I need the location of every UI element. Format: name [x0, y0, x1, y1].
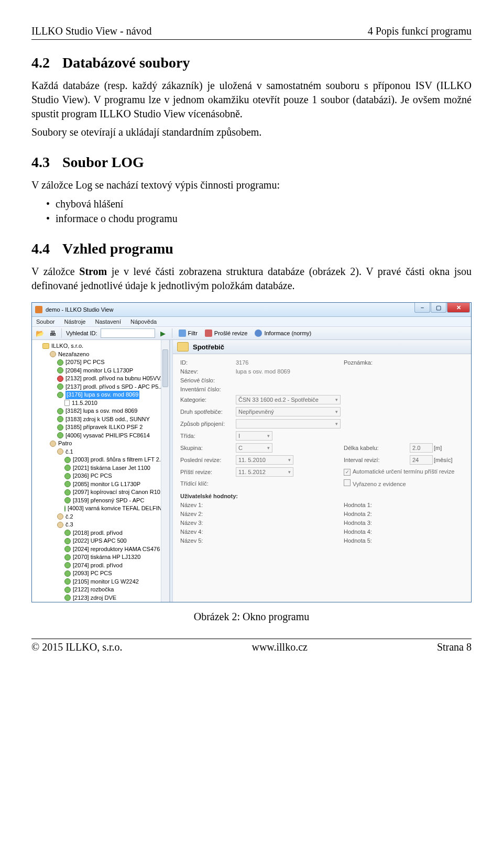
tree-item[interactable]: [2132] prodl. přívod na bubnu H05VV...	[35, 375, 169, 383]
vyraz-checkbox[interactable]	[344, 479, 351, 486]
tree-item[interactable]: Patro	[35, 440, 169, 448]
auto-checkbox[interactable]: ✓	[344, 469, 351, 476]
tree-item[interactable]: č.3	[35, 521, 169, 529]
minimize-button[interactable]: –	[414, 303, 430, 313]
trida-select[interactable]: I	[236, 431, 272, 441]
tree-item[interactable]: [3159] přenosný SPD - APC	[35, 497, 169, 505]
titlebar[interactable]: demo - ILLKO Studio View – ▢ ✕	[32, 303, 471, 317]
tree-item[interactable]: [2075] PC PCS	[35, 358, 169, 367]
tree-item[interactable]: [2024] reproduktory HAMA CS476	[35, 545, 169, 554]
tree-item[interactable]: [2123] zdroj DVE	[35, 594, 169, 602]
tree-item[interactable]: Nezařazeno	[35, 350, 169, 359]
tree-item-label: [2074] prodl. přívod	[73, 562, 123, 570]
print-icon[interactable]: 🖶	[48, 328, 57, 338]
filter-button[interactable]: Filtr	[177, 329, 200, 337]
detail-header: Spotřebič	[173, 340, 471, 354]
tree-item[interactable]: [2097] kopírovací stroj Canon R1018	[35, 488, 169, 497]
user-icon	[57, 448, 63, 455]
tree-item[interactable]: [2022] UPS APC 500	[35, 537, 169, 545]
toolbar: 📂 🖶 Vyhledat ID: ▶ Filtr Prošlé revize I…	[32, 327, 471, 340]
tree-item[interactable]: [3185] přípravek ILLKO PSF 2	[35, 423, 169, 432]
detail-form: ID: 3176 Poznámka: Název: lupa s osv. mo…	[173, 354, 471, 549]
tree-item[interactable]: [2085] monitor LG L1730P	[35, 480, 169, 489]
prosle-revize-button[interactable]: Prošlé revize	[203, 329, 250, 337]
list-item: chybová hlášení	[46, 196, 472, 211]
app-window: demo - ILLKO Studio View – ▢ ✕ Soubor Ná…	[31, 302, 472, 602]
maximize-button[interactable]: ▢	[431, 303, 446, 313]
tree-item-label: [3183] zdroj k USB odd., SUNNY	[65, 415, 150, 424]
delka-input[interactable]: 2.0	[410, 443, 433, 453]
figure-caption: Obrázek 2: Okno programu	[31, 611, 472, 623]
tree-item[interactable]: [3183] zdroj k USB odd., SUNNY	[35, 415, 169, 424]
close-button[interactable]: ✕	[447, 303, 470, 313]
tree-item[interactable]: [3182] lupa s osv. mod 8069	[35, 407, 169, 415]
tree-item[interactable]: ILLKO, s.r.o.	[35, 342, 169, 350]
zpusob-select[interactable]	[236, 419, 341, 428]
user-icon	[57, 513, 63, 520]
green-icon	[57, 432, 63, 438]
menu-soubor[interactable]: Soubor	[36, 318, 54, 325]
search-go-icon[interactable]: ▶	[158, 328, 168, 338]
tree-item[interactable]: [2122] rozbočka	[35, 586, 169, 594]
tree-item[interactable]: č.2	[35, 513, 169, 521]
nazev5-label: Název 5:	[180, 537, 233, 544]
nazev1-label: Název 1:	[180, 502, 233, 508]
hodnota5-label: Hodnota 5:	[344, 537, 407, 544]
pristi-input[interactable]: 11. 5.2012	[236, 467, 293, 477]
informace-button[interactable]: Informace (normy)	[253, 329, 313, 337]
skupina-select[interactable]: C	[236, 443, 272, 453]
tree-item[interactable]: [2021] tiskárna Laser Jet 1100	[35, 464, 169, 473]
menu-nastaveni[interactable]: Nastavení	[95, 318, 121, 325]
tree-item[interactable]: [2074] prodl. přívod	[35, 562, 169, 570]
tree-item-label: [2093] PC PCS	[73, 569, 112, 578]
footer-rule	[31, 639, 472, 639]
tree-item[interactable]: č.1	[35, 448, 169, 456]
druh-select[interactable]: Nepřipevněný	[236, 407, 341, 416]
hodnota1-label: Hodnota 1:	[344, 502, 407, 508]
tridici-label: Třídící klíč:	[180, 480, 233, 487]
tree-item[interactable]: [2003] prodl. šňůra s filtrem LFT 2...	[35, 456, 169, 464]
green-icon	[64, 587, 71, 593]
tree-item[interactable]: [2093] PC PCS	[35, 569, 169, 578]
id-label: ID:	[180, 359, 233, 366]
tree-scrollbar[interactable]	[161, 340, 169, 602]
tree-item[interactable]: [2036] PC PCS	[35, 472, 169, 480]
auto-checkbox-row[interactable]: ✓Automatické určení termínu příští reviz…	[344, 468, 460, 476]
green-icon	[64, 595, 71, 601]
tree-item[interactable]: [2084] monitor LG L1730P	[35, 367, 169, 375]
tree-item[interactable]: [2070] tiskárna HP LJ1320	[35, 553, 169, 562]
posledni-input[interactable]: 11. 5.2010	[236, 455, 293, 465]
tree-item-label: [4003] varná konvice TEFAL DELFINA ...	[68, 504, 170, 513]
tree-item[interactable]: [2137] prodl. přívod s SPD - APC P5...	[35, 383, 169, 391]
user-icon	[57, 522, 63, 528]
green-icon	[57, 416, 63, 422]
open-icon[interactable]: 📂	[35, 328, 45, 338]
interval-input[interactable]: 24	[410, 455, 433, 465]
search-input[interactable]	[101, 328, 155, 338]
kategorie-select[interactable]: ČSN 33 1600 ed.2 - Spotřebiče	[236, 395, 341, 404]
tree-item-label: [2085] monitor LG L1730P	[73, 480, 140, 489]
green-icon	[64, 481, 71, 487]
tree[interactable]: ILLKO, s.r.o.Nezařazeno[2075] PC PCS[208…	[32, 340, 169, 602]
tree-item-label: č.2	[65, 513, 73, 521]
green-icon	[57, 359, 63, 366]
tree-item[interactable]: [3176] lupa s osv. mod 8069	[35, 391, 169, 399]
tree-item[interactable]: 11.5.2010	[35, 399, 169, 408]
green-icon	[57, 367, 63, 373]
tree-item-label: [2018] prodl. přívod	[73, 529, 123, 537]
window-title: demo - ILLKO Studio View	[46, 306, 113, 313]
green-icon	[64, 457, 71, 463]
vyraz-checkbox-row[interactable]: Vyřazeno z evidence	[344, 479, 460, 487]
section-4-4-para: V záložce Strom je v levé části zobrazen…	[31, 265, 472, 293]
tree-item[interactable]: [4003] varná konvice TEFAL DELFINA ...	[35, 504, 169, 513]
tree-item[interactable]: [4006] vysavač PHILIPS FC8614	[35, 432, 169, 440]
tree-pane: ILLKO, s.r.o.Nezařazeno[2075] PC PCS[208…	[32, 340, 170, 602]
interval-unit: [měsíc]	[434, 457, 460, 463]
menu-nastroje[interactable]: Nástroje	[64, 318, 85, 325]
tree-item-label: [2105] monitor LG W2242	[73, 578, 139, 586]
menu-napoveda[interactable]: Nápověda	[130, 318, 157, 325]
tree-item[interactable]: [2105] monitor LG W2242	[35, 578, 169, 586]
tree-item-label: [2024] reproduktory HAMA CS476	[73, 545, 160, 554]
seriove-label: Sériové číslo:	[180, 377, 233, 383]
tree-item[interactable]: [2018] prodl. přívod	[35, 529, 169, 537]
